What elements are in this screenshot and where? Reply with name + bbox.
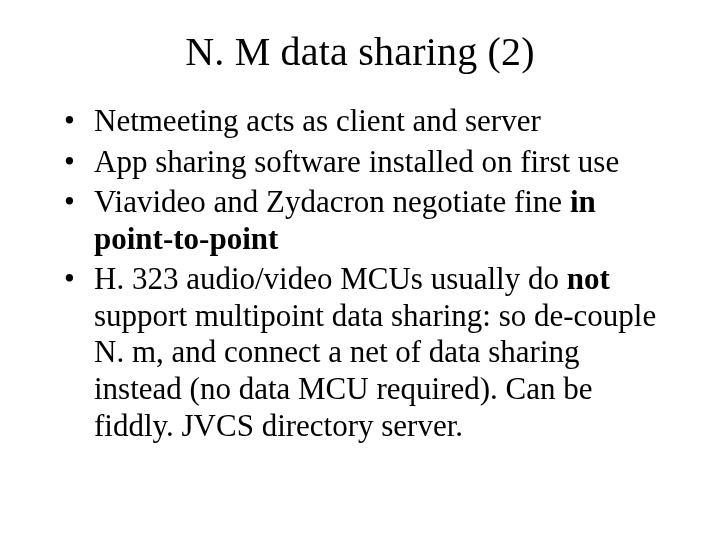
bullet-text: Netmeeting acts as client and server xyxy=(94,103,541,138)
bullet-text: Viavideo and Zydacron negotiate fine xyxy=(94,184,570,219)
slide: N. M data sharing (2) Netmeeting acts as… xyxy=(0,0,720,540)
list-item: H. 323 audio/video MCUs usually do not s… xyxy=(64,261,666,444)
list-item: App sharing software installed on first … xyxy=(64,144,666,181)
list-item: Netmeeting acts as client and server xyxy=(64,103,666,140)
bullet-text: App sharing software installed on first … xyxy=(94,144,619,179)
bullet-text: H. 323 audio/video MCUs usually do xyxy=(94,261,567,296)
bullet-text: support multipoint data sharing: so de-c… xyxy=(94,298,656,443)
slide-title: N. M data sharing (2) xyxy=(54,28,666,75)
list-item: Viavideo and Zydacron negotiate fine in … xyxy=(64,184,666,257)
bullet-bold: not xyxy=(567,261,610,296)
bullet-list: Netmeeting acts as client and server App… xyxy=(54,103,666,444)
